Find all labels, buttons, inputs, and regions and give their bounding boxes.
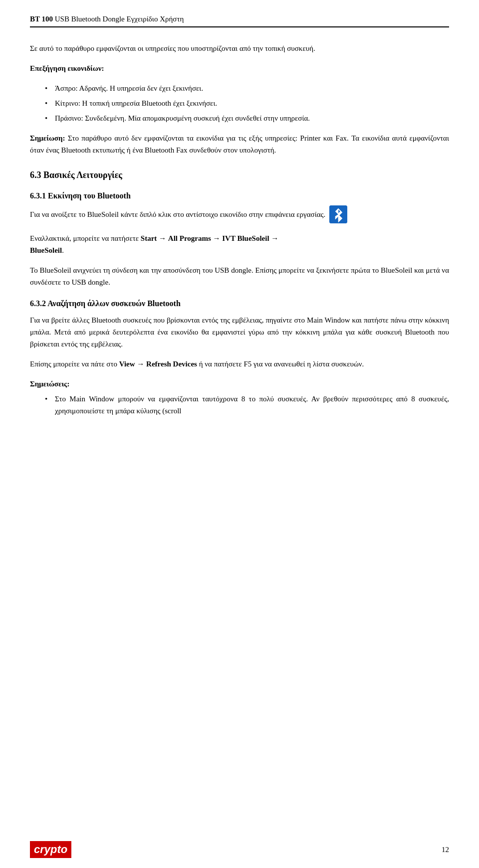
section-6-3-1-title: Εκκίνηση του Bluetooth (48, 191, 131, 200)
note-label: Σημείωση: (30, 134, 65, 142)
explanation-list: Άσπρο: Αδρανής. Η υπηρεσία δεν έχει ξεκι… (45, 82, 449, 124)
page-footer: crypto 12 (0, 841, 479, 858)
explanation-label: Επεξήγηση εικονιδίων: (30, 62, 449, 74)
search-text2-view: View (119, 360, 135, 368)
list-item: Πράσινο: Συνδεδεμένη. Μία απομακρυσμένη … (45, 112, 449, 124)
arrow2: → (213, 234, 221, 242)
alternative-start: Start (141, 234, 157, 242)
alternative-ivt: IVT BlueSoleil (222, 234, 269, 242)
header-bold: BT 100 (30, 15, 53, 23)
section-6-3-2-heading: 6.3.2 Αναζήτηση άλλων συσκευών Bluetooth (30, 299, 449, 308)
section-6-3-number: 6.3 (30, 170, 41, 180)
search-paragraph-2: Επίσης μπορείτε να πάτε στο View → Refre… (30, 358, 449, 370)
intro-paragraph: Σε αυτό το παράθυρο εμφανίζονται οι υπηρ… (30, 42, 449, 54)
notes-section: Σημειώσεις: Στο Main Window μπορούν να ε… (30, 378, 449, 417)
section-6-3-1-heading: 6.3.1 Εκκίνηση του Bluetooth (30, 191, 449, 200)
bluesoleil-start-text: Για να ανοίξετε το BlueSoleil κάντε διπλ… (30, 210, 325, 218)
header-rest: USB Bluetooth Dongle Εγχειρίδιο Χρήστη (53, 15, 184, 23)
section-6-3-heading: 6.3 Βασικές Λειτουργίες (30, 170, 449, 180)
page-number: 12 (442, 846, 449, 854)
alternative-paragraph: Εναλλακτικά, μπορείτε να πατήσετε Start … (30, 232, 449, 256)
list-item: Στο Main Window μπορούν να εμφανίζονται … (45, 393, 449, 417)
explanation-heading: Επεξήγηση εικονιδίων: (30, 64, 104, 72)
notes-list: Στο Main Window μπορούν να εμφανίζονται … (45, 393, 449, 417)
main-content: Σε αυτό το παράθυρο εμφανίζονται οι υπηρ… (30, 42, 449, 417)
list-item: Άσπρο: Αδρανής. Η υπηρεσία δεν έχει ξεκι… (45, 82, 449, 94)
logo-box: crypto (30, 841, 71, 858)
page-header: BT 100 USB Bluetooth Dongle Εγχειρίδιο Χ… (30, 15, 449, 27)
bluetooth-icon (329, 205, 347, 223)
alternative-prefix: Εναλλακτικά, μπορείτε να πατήσετε (30, 234, 141, 242)
section-6-3-title: Βασικές Λειτουργίες (43, 170, 122, 180)
section-6-3-2-number: 6.3.2 (30, 299, 46, 308)
list-item: Κίτρινο: Η τοπική υπηρεσία Bluetooth έχε… (45, 97, 449, 109)
arrow1: → (159, 234, 166, 242)
footer-logo: crypto (30, 841, 71, 858)
search-text2-refresh: Refresh Devices (146, 360, 197, 368)
logo-text: crypto (34, 843, 67, 856)
notes-heading: Σημειώσεις: (30, 378, 449, 390)
arrow3: → (271, 234, 278, 242)
search-text2-suffix: ή να πατήσετε F5 για να ανανεωθεί η λίστ… (197, 360, 364, 368)
search-text2-arrow: → (137, 360, 144, 368)
bluesoleil-detect-paragraph: Το BlueSoleil ανιχνεύει τη σύνδεση και τ… (30, 264, 449, 288)
header-title: BT 100 USB Bluetooth Dongle Εγχειρίδιο Χ… (30, 15, 184, 23)
alternative-bluesoleil: BlueSoleil (30, 246, 62, 254)
alternative-programs: All Programs (168, 234, 211, 242)
search-paragraph-1: Για να βρείτε άλλες Bluetooth συσκευές π… (30, 314, 449, 350)
bluesoleil-start-paragraph: Για να ανοίξετε το BlueSoleil κάντε διπλ… (30, 206, 449, 224)
note-text: Στο παράθυρο αυτό δεν εμφανίζονται τα ει… (30, 134, 449, 154)
note-printer-fax: Σημείωση: Στο παράθυρο αυτό δεν εμφανίζο… (30, 132, 449, 156)
explanation-block: Επεξήγηση εικονιδίων: Άσπρο: Αδρανής. Η … (30, 62, 449, 124)
section-6-3-1-number: 6.3.1 (30, 191, 46, 200)
section-6-3-2-title: Αναζήτηση άλλων συσκευών Bluetooth (47, 299, 181, 308)
search-text2-prefix: Επίσης μπορείτε να πάτε στο (30, 360, 119, 368)
page: BT 100 USB Bluetooth Dongle Εγχειρίδιο Χ… (0, 0, 479, 868)
